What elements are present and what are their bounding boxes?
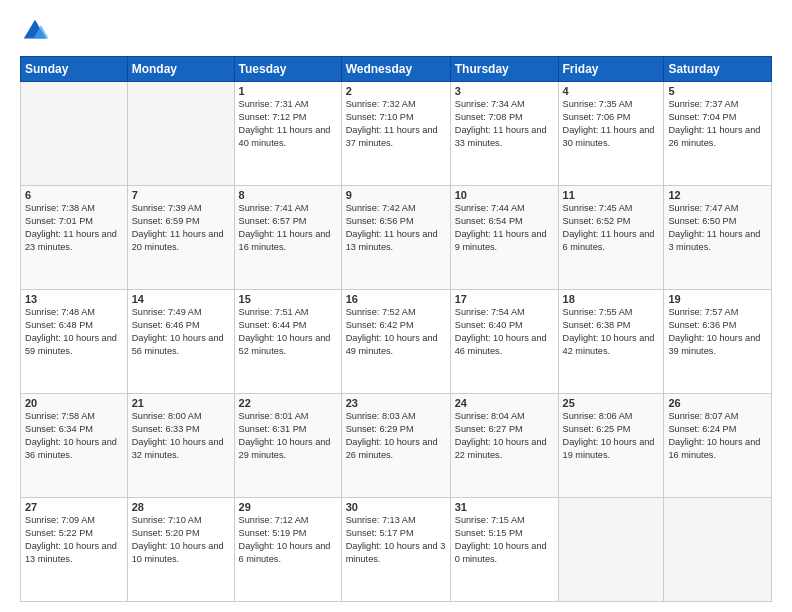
day-number: 3	[455, 85, 554, 97]
calendar-cell: 6Sunrise: 7:38 AM Sunset: 7:01 PM Daylig…	[21, 186, 128, 290]
day-number: 28	[132, 501, 230, 513]
day-info: Sunrise: 7:44 AM Sunset: 6:54 PM Dayligh…	[455, 202, 554, 254]
day-info: Sunrise: 7:09 AM Sunset: 5:22 PM Dayligh…	[25, 514, 123, 566]
day-number: 5	[668, 85, 767, 97]
day-info: Sunrise: 8:01 AM Sunset: 6:31 PM Dayligh…	[239, 410, 337, 462]
calendar-cell: 4Sunrise: 7:35 AM Sunset: 7:06 PM Daylig…	[558, 82, 664, 186]
calendar-week-row: 20Sunrise: 7:58 AM Sunset: 6:34 PM Dayli…	[21, 394, 772, 498]
day-info: Sunrise: 7:32 AM Sunset: 7:10 PM Dayligh…	[346, 98, 446, 150]
day-number: 6	[25, 189, 123, 201]
calendar-cell: 5Sunrise: 7:37 AM Sunset: 7:04 PM Daylig…	[664, 82, 772, 186]
day-info: Sunrise: 7:57 AM Sunset: 6:36 PM Dayligh…	[668, 306, 767, 358]
day-number: 13	[25, 293, 123, 305]
calendar-cell: 12Sunrise: 7:47 AM Sunset: 6:50 PM Dayli…	[664, 186, 772, 290]
day-number: 31	[455, 501, 554, 513]
weekday-header: Tuesday	[234, 57, 341, 82]
day-number: 4	[563, 85, 660, 97]
day-info: Sunrise: 8:04 AM Sunset: 6:27 PM Dayligh…	[455, 410, 554, 462]
calendar-cell: 17Sunrise: 7:54 AM Sunset: 6:40 PM Dayli…	[450, 290, 558, 394]
calendar-cell: 9Sunrise: 7:42 AM Sunset: 6:56 PM Daylig…	[341, 186, 450, 290]
calendar-week-row: 1Sunrise: 7:31 AM Sunset: 7:12 PM Daylig…	[21, 82, 772, 186]
day-info: Sunrise: 8:06 AM Sunset: 6:25 PM Dayligh…	[563, 410, 660, 462]
calendar-cell	[127, 82, 234, 186]
day-number: 7	[132, 189, 230, 201]
day-number: 23	[346, 397, 446, 409]
calendar-cell: 21Sunrise: 8:00 AM Sunset: 6:33 PM Dayli…	[127, 394, 234, 498]
calendar-week-row: 6Sunrise: 7:38 AM Sunset: 7:01 PM Daylig…	[21, 186, 772, 290]
calendar-cell: 15Sunrise: 7:51 AM Sunset: 6:44 PM Dayli…	[234, 290, 341, 394]
day-info: Sunrise: 7:54 AM Sunset: 6:40 PM Dayligh…	[455, 306, 554, 358]
day-number: 27	[25, 501, 123, 513]
day-number: 26	[668, 397, 767, 409]
calendar-cell: 20Sunrise: 7:58 AM Sunset: 6:34 PM Dayli…	[21, 394, 128, 498]
calendar-week-row: 13Sunrise: 7:48 AM Sunset: 6:48 PM Dayli…	[21, 290, 772, 394]
calendar-cell: 27Sunrise: 7:09 AM Sunset: 5:22 PM Dayli…	[21, 498, 128, 602]
day-number: 19	[668, 293, 767, 305]
day-number: 15	[239, 293, 337, 305]
weekday-header-row: SundayMondayTuesdayWednesdayThursdayFrid…	[21, 57, 772, 82]
day-info: Sunrise: 7:37 AM Sunset: 7:04 PM Dayligh…	[668, 98, 767, 150]
day-number: 20	[25, 397, 123, 409]
calendar-cell	[664, 498, 772, 602]
day-number: 21	[132, 397, 230, 409]
day-number: 17	[455, 293, 554, 305]
header	[20, 16, 772, 46]
calendar-cell: 28Sunrise: 7:10 AM Sunset: 5:20 PM Dayli…	[127, 498, 234, 602]
day-info: Sunrise: 8:03 AM Sunset: 6:29 PM Dayligh…	[346, 410, 446, 462]
day-info: Sunrise: 8:07 AM Sunset: 6:24 PM Dayligh…	[668, 410, 767, 462]
day-number: 18	[563, 293, 660, 305]
day-info: Sunrise: 7:55 AM Sunset: 6:38 PM Dayligh…	[563, 306, 660, 358]
day-info: Sunrise: 7:38 AM Sunset: 7:01 PM Dayligh…	[25, 202, 123, 254]
weekday-header: Thursday	[450, 57, 558, 82]
weekday-header: Sunday	[21, 57, 128, 82]
day-info: Sunrise: 7:42 AM Sunset: 6:56 PM Dayligh…	[346, 202, 446, 254]
day-info: Sunrise: 8:00 AM Sunset: 6:33 PM Dayligh…	[132, 410, 230, 462]
calendar-week-row: 27Sunrise: 7:09 AM Sunset: 5:22 PM Dayli…	[21, 498, 772, 602]
day-info: Sunrise: 7:12 AM Sunset: 5:19 PM Dayligh…	[239, 514, 337, 566]
calendar-cell: 29Sunrise: 7:12 AM Sunset: 5:19 PM Dayli…	[234, 498, 341, 602]
day-info: Sunrise: 7:13 AM Sunset: 5:17 PM Dayligh…	[346, 514, 446, 566]
calendar-cell: 19Sunrise: 7:57 AM Sunset: 6:36 PM Dayli…	[664, 290, 772, 394]
calendar-cell: 26Sunrise: 8:07 AM Sunset: 6:24 PM Dayli…	[664, 394, 772, 498]
calendar-cell: 16Sunrise: 7:52 AM Sunset: 6:42 PM Dayli…	[341, 290, 450, 394]
day-number: 1	[239, 85, 337, 97]
weekday-header: Friday	[558, 57, 664, 82]
day-info: Sunrise: 7:15 AM Sunset: 5:15 PM Dayligh…	[455, 514, 554, 566]
day-info: Sunrise: 7:47 AM Sunset: 6:50 PM Dayligh…	[668, 202, 767, 254]
day-info: Sunrise: 7:51 AM Sunset: 6:44 PM Dayligh…	[239, 306, 337, 358]
day-info: Sunrise: 7:49 AM Sunset: 6:46 PM Dayligh…	[132, 306, 230, 358]
day-info: Sunrise: 7:48 AM Sunset: 6:48 PM Dayligh…	[25, 306, 123, 358]
day-number: 29	[239, 501, 337, 513]
weekday-header: Monday	[127, 57, 234, 82]
calendar-cell: 8Sunrise: 7:41 AM Sunset: 6:57 PM Daylig…	[234, 186, 341, 290]
day-info: Sunrise: 7:39 AM Sunset: 6:59 PM Dayligh…	[132, 202, 230, 254]
day-info: Sunrise: 7:45 AM Sunset: 6:52 PM Dayligh…	[563, 202, 660, 254]
day-number: 11	[563, 189, 660, 201]
day-number: 12	[668, 189, 767, 201]
day-info: Sunrise: 7:58 AM Sunset: 6:34 PM Dayligh…	[25, 410, 123, 462]
day-info: Sunrise: 7:52 AM Sunset: 6:42 PM Dayligh…	[346, 306, 446, 358]
day-number: 2	[346, 85, 446, 97]
day-number: 25	[563, 397, 660, 409]
day-info: Sunrise: 7:34 AM Sunset: 7:08 PM Dayligh…	[455, 98, 554, 150]
day-info: Sunrise: 7:35 AM Sunset: 7:06 PM Dayligh…	[563, 98, 660, 150]
calendar-cell: 18Sunrise: 7:55 AM Sunset: 6:38 PM Dayli…	[558, 290, 664, 394]
day-number: 9	[346, 189, 446, 201]
calendar-cell: 10Sunrise: 7:44 AM Sunset: 6:54 PM Dayli…	[450, 186, 558, 290]
calendar-cell: 22Sunrise: 8:01 AM Sunset: 6:31 PM Dayli…	[234, 394, 341, 498]
day-number: 14	[132, 293, 230, 305]
calendar-cell: 14Sunrise: 7:49 AM Sunset: 6:46 PM Dayli…	[127, 290, 234, 394]
calendar-cell: 2Sunrise: 7:32 AM Sunset: 7:10 PM Daylig…	[341, 82, 450, 186]
day-info: Sunrise: 7:31 AM Sunset: 7:12 PM Dayligh…	[239, 98, 337, 150]
calendar-cell: 1Sunrise: 7:31 AM Sunset: 7:12 PM Daylig…	[234, 82, 341, 186]
day-number: 8	[239, 189, 337, 201]
day-number: 16	[346, 293, 446, 305]
day-number: 22	[239, 397, 337, 409]
day-number: 30	[346, 501, 446, 513]
calendar-cell: 13Sunrise: 7:48 AM Sunset: 6:48 PM Dayli…	[21, 290, 128, 394]
day-number: 10	[455, 189, 554, 201]
calendar-table: SundayMondayTuesdayWednesdayThursdayFrid…	[20, 56, 772, 602]
calendar-cell: 3Sunrise: 7:34 AM Sunset: 7:08 PM Daylig…	[450, 82, 558, 186]
calendar-cell: 7Sunrise: 7:39 AM Sunset: 6:59 PM Daylig…	[127, 186, 234, 290]
calendar-cell: 30Sunrise: 7:13 AM Sunset: 5:17 PM Dayli…	[341, 498, 450, 602]
